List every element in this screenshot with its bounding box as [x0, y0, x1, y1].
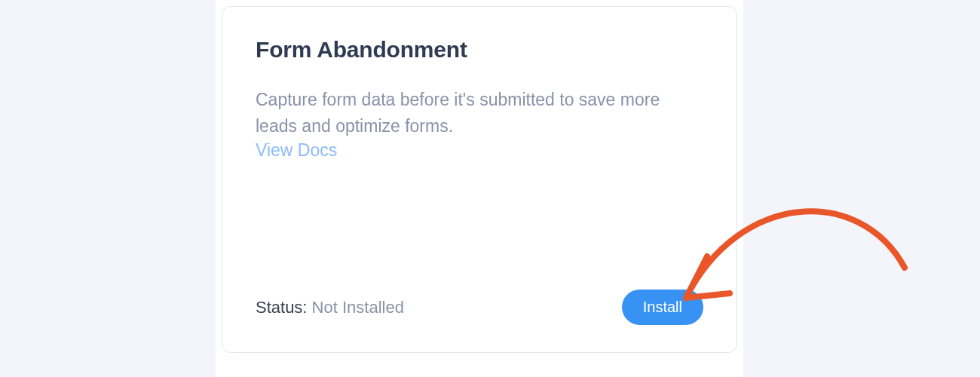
- card-container: Form Abandonment Capture form data befor…: [216, 0, 743, 377]
- install-button[interactable]: Install: [622, 290, 703, 325]
- card-footer: Status: Not Installed Install: [256, 290, 703, 325]
- card-description: Capture form data before it's submitted …: [256, 87, 703, 139]
- view-docs-link[interactable]: View Docs: [256, 140, 337, 161]
- status-text: Status: Not Installed: [256, 298, 404, 317]
- card-title: Form Abandonment: [256, 37, 703, 63]
- status-value: Not Installed: [312, 298, 404, 317]
- status-label: Status:: [256, 298, 307, 317]
- addon-card: Form Abandonment Capture form data befor…: [222, 6, 737, 353]
